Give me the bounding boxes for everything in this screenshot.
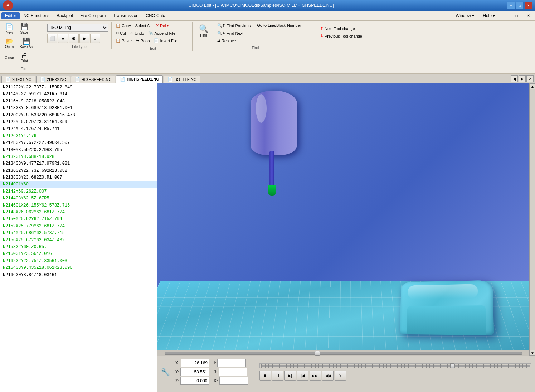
code-line-20[interactable]: N2152X25.779Y62.681Z.774 [0,223,157,230]
tab-prev-button[interactable]: ◀ [511,75,518,82]
code-line-21[interactable]: N2154X25.686Y62.578Z.715 [0,230,157,237]
code-line-22[interactable]: N2156X25.672Y62.034Z.432 [0,237,157,244]
close-button[interactable]: Close [2,54,16,61]
menu-transmission[interactable]: Transmission [110,12,142,19]
tab-bottle[interactable]: 📄 BOTTLE.NC [164,76,200,83]
filetype-select[interactable]: ISO Milling ISO Turning Fanuc Siemens [47,24,108,32]
stop-button[interactable]: ■ [259,371,271,381]
code-line-16[interactable]: N2144G3Y62.5Z.67R5. [0,195,157,202]
code-line-19[interactable]: N2150X25.92Y62.715Z.794 [0,216,157,223]
tab-close-button[interactable]: ✕ [526,75,534,82]
del-button[interactable]: ✕ Del ▾ [154,22,171,29]
code-line-13[interactable]: N2138G3Y23.682Z0.R1.007 [0,174,157,181]
filetype-icon-5[interactable]: ○ [90,34,100,43]
j-input[interactable] [219,368,247,376]
k-input[interactable] [219,377,248,385]
viewport-h-slider[interactable] [157,350,529,356]
code-editor-pane[interactable]: N2112G2Y-22.737Z-.159R2.849N2114Y-22.591… [0,83,157,392]
code-line-6[interactable]: N2124Y-4.176Z24.R5.741 [0,126,157,132]
print-button[interactable]: 🖨 Print [17,51,31,64]
slider2-thumb[interactable] [450,363,454,368]
code-line-25[interactable]: N2162G2Y22.754Z.835R1.003 [0,258,157,265]
code-line-7[interactable]: N2126G1Y4.176 [0,133,157,140]
menu-backplot[interactable]: Backplot [53,12,77,19]
z-input[interactable] [180,377,209,385]
menu-window[interactable]: Window ▾ [452,12,478,19]
code-line-17[interactable]: N2146G1X26.155Y62.578Z.715 [0,202,157,209]
redo-button[interactable]: ↪ Redo [134,37,151,44]
h-slider-thumb[interactable] [315,351,320,356]
next-tool-change-button[interactable]: ⬆ Next Tool change [318,25,364,32]
y-input[interactable] [180,368,209,376]
code-line-9[interactable]: N2130Y8.59Z20.279R3.795 [0,147,157,154]
menu-file-compare[interactable]: File Compare [77,12,110,19]
new-button[interactable]: 📄 New [2,22,16,36]
tab-2dex1[interactable]: 📄 2DEX1.NC [1,76,35,83]
copy-button[interactable]: 📋 Copy [114,22,133,29]
fast-back-button[interactable]: |◀◀ [322,371,334,381]
h-slider2[interactable] [259,363,531,368]
open-button[interactable]: 📂 Open [2,37,16,50]
code-line-5[interactable]: N2122Y-5.579Z23.814R4.059 [0,119,157,126]
replace-button[interactable]: ⇄ Replace [215,37,252,44]
tab-next-button[interactable]: ▶ [519,75,526,82]
tab-highspeed[interactable]: 📄 HIGHSPEED.NC [71,76,116,83]
code-line-26[interactable]: N2164G3Y9.435Z18.061R23.096 [0,265,157,271]
fast-fwd-button[interactable]: ▶▶| [310,371,321,381]
find-next-button[interactable]: 🔍⬇ Find Next [215,30,252,37]
close-button[interactable]: ✕ [524,2,532,9]
tab-highspeed1[interactable]: 📄 HIGHSPEED1.NC [116,75,163,83]
code-line-1[interactable]: N2114Y-22.591Z1.421R5.614 [0,91,157,98]
menu-pin[interactable]: ─ [500,12,510,19]
filetype-icon-4[interactable]: ▶ [79,34,89,43]
undo-button[interactable]: ↩ Undo [128,30,146,37]
vscroll-down-btn[interactable]: ▼ [530,350,535,356]
save-button[interactable]: 💾 Save [17,22,31,36]
code-line-15[interactable]: N2142Y60.262Z.007 [0,188,157,195]
code-line-3[interactable]: N2118G3Y-8.689Z18.923R1.001 [0,105,157,112]
code-line-23[interactable]: N2158G2Y60.Z0.R5. [0,244,157,251]
pause-button[interactable]: ⏸ [272,371,283,381]
prev-tool-change-button[interactable]: ⬇ Previous Tool change [318,33,364,39]
cut-button[interactable]: ✂ Cut [114,30,128,37]
filetype-icon-1[interactable]: ⬜ [47,34,57,43]
find-prev-button[interactable]: 🔍⬆ Find Previous [215,22,252,29]
filetype-icon-2[interactable]: ≡ [58,34,68,43]
step-back-button[interactable]: |◀ [297,371,308,381]
select-all-button[interactable]: Select All [133,23,153,29]
code-line-12[interactable]: N2136G2Y22.73Z.692R23.082 [0,168,157,174]
save-as-button[interactable]: 💾 Save As [17,37,35,50]
menu-close-win[interactable]: ✕ [523,12,534,19]
code-line-0[interactable]: N2112G2Y-22.737Z-.159R2.849 [0,84,157,91]
goto-line-button[interactable]: Go to Line/Block Number [255,22,303,29]
menu-restore[interactable]: □ [512,12,521,19]
step-fwd-button[interactable]: ▶| [284,371,296,381]
filetype-icon-3[interactable]: ⚙ [69,34,79,43]
code-line-8[interactable]: N2128G2Y7.672Z22.496R4.507 [0,140,157,146]
maximize-button[interactable]: □ [516,2,524,9]
menu-cnc-calc[interactable]: CNC-Calc [142,12,169,19]
code-line-4[interactable]: N2120G2Y-8.538Z20.689R16.478 [0,112,157,119]
menu-nc-functions[interactable]: NC Functions [20,12,53,19]
menu-help[interactable]: Help ▾ [479,12,498,19]
code-line-18[interactable]: N2148X26.062Y62.681Z.774 [0,209,157,216]
viewport-vscrollbar[interactable]: ▲ ▼ [529,83,535,356]
tab-2dex2[interactable]: 📄 2DEX2.NC [36,76,70,83]
code-line-24[interactable]: N2160G1Y23.564Z.016 [0,251,157,257]
3d-viewport[interactable]: 🔧 X: Y: Z: [157,83,535,392]
code-line-10[interactable]: N2132G1Y8.688Z18.928 [0,154,157,160]
code-line-14[interactable]: N2140G1Y60. [0,181,157,188]
find-button[interactable]: 🔍 Find [195,24,213,39]
code-line-27[interactable]: N2166G0Y8.84Z18.034R1 [0,272,157,279]
insert-file-button[interactable]: 📄 Insert File [152,37,179,44]
extra-btn[interactable]: ▷ [335,371,346,381]
minimize-button[interactable]: ─ [507,2,515,9]
append-file-button[interactable]: 📎 Append File [146,30,177,37]
menu-editor[interactable]: Editor [1,12,20,19]
code-line-11[interactable]: N2134G3Y9.477Z17.979R1.081 [0,160,157,167]
x-input[interactable] [181,359,209,367]
code-line-2[interactable]: N2116Y-9.3Z18.058R23.048 [0,98,157,105]
paste-button[interactable]: 📋 Paste [114,37,133,44]
i-input[interactable] [217,359,246,367]
vscroll-up-btn[interactable]: ▲ [530,83,535,89]
